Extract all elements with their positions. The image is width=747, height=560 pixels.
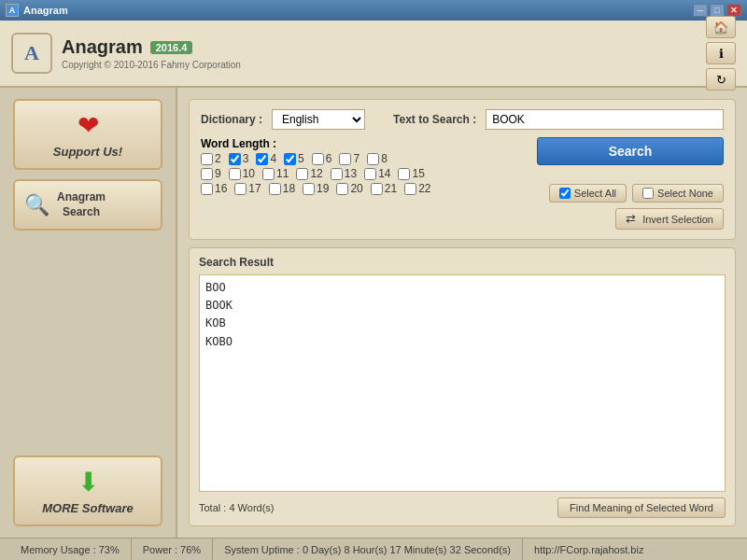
checkbox-3: 3 [229, 152, 249, 165]
checkbox-row-2: 9 10 11 12 13 [201, 167, 526, 180]
result-section: Search Result BOO BOOK KOB KOBO Total : … [189, 247, 736, 526]
app-title-row: Anagram 2016.4 [62, 36, 706, 58]
body: ❤ Support Us! 🔍 AnagramSearch ⬇ MORE Sof… [0, 88, 747, 538]
app-logo: A [11, 33, 52, 74]
checkbox-16-input[interactable] [201, 183, 213, 195]
checkbox-9-input[interactable] [201, 168, 213, 180]
uptime-status: System Uptime : 0 Day(s) 8 Hour(s) 17 Mi… [213, 539, 523, 560]
anagram-search-button[interactable]: 🔍 AnagramSearch [13, 179, 162, 231]
result-item-2[interactable]: BOOK [205, 297, 719, 315]
checkbox-9: 9 [201, 167, 221, 180]
checkbox-21-input[interactable] [371, 183, 383, 195]
checkbox-5: 5 [284, 152, 304, 165]
checkbox-10-input[interactable] [229, 168, 241, 180]
download-arrow-icon: ⬇ [24, 467, 151, 497]
heart-icon: ❤ [24, 110, 151, 141]
checkbox-15-input[interactable] [398, 168, 410, 180]
checkbox-3-input[interactable] [229, 153, 241, 165]
result-list[interactable]: BOO BOOK KOB KOBO [199, 274, 726, 492]
checkbox-6-input[interactable] [312, 153, 324, 165]
result-footer: Total : 4 Word(s) Find Meaning of Select… [199, 497, 726, 518]
support-label: Support Us! [53, 145, 122, 159]
app-copyright: Copyright © 2010-2016 Fahmy Corporation [62, 60, 706, 70]
text-search-label: Text to Search : [393, 113, 476, 126]
dictionary-select[interactable]: English French German Spanish [272, 109, 365, 130]
selection-row: Select All Select None [537, 184, 724, 203]
invert-icon: ⇄ [626, 212, 636, 226]
select-none-checkbox[interactable] [642, 188, 654, 199]
checkbox-12-input[interactable] [296, 168, 308, 180]
text-search-input[interactable] [486, 109, 724, 130]
find-meaning-button[interactable]: Find Meaning of Selected Word [557, 497, 726, 518]
result-item-1[interactable]: BOO [205, 279, 719, 297]
invert-row: ⇄ Invert Selection [537, 208, 724, 230]
checkbox-13-input[interactable] [331, 168, 343, 180]
checkbox-20-input[interactable] [336, 183, 348, 195]
info-button[interactable]: ℹ [706, 42, 736, 64]
checkbox-11: 11 [262, 167, 289, 180]
checkbox-8-input[interactable] [367, 153, 379, 165]
main-container: A Anagram 2016.4 Copyright © 2010-2016 F… [0, 21, 747, 560]
word-length-label-row: Word Length : [201, 137, 526, 150]
anagram-search-label: AnagramSearch [57, 190, 106, 219]
invert-selection-label: Invert Selection [642, 214, 713, 225]
checkbox-22: 22 [404, 182, 430, 195]
checkbox-11-input[interactable] [262, 168, 275, 180]
checkbox-10: 10 [229, 167, 255, 180]
checkbox-7: 7 [339, 152, 359, 165]
titlebar-icon: A [6, 4, 19, 17]
content: Dictionary : English French German Spani… [177, 88, 747, 538]
url-status: http://FCorp.rajahost.biz [523, 539, 738, 560]
sidebar: ❤ Support Us! 🔍 AnagramSearch ⬇ MORE Sof… [0, 88, 177, 538]
checkbox-2-input[interactable] [201, 153, 213, 165]
result-item-3[interactable]: KOB [205, 315, 719, 332]
result-title: Search Result [199, 256, 726, 269]
checkbox-18: 18 [269, 182, 295, 195]
checkbox-8: 8 [367, 152, 388, 165]
memory-status: Memory Usage : 73% [9, 539, 132, 560]
invert-selection-button[interactable]: ⇄ Invert Selection [615, 208, 724, 230]
app-name: Anagram [62, 36, 143, 58]
maximize-button[interactable]: □ [710, 4, 725, 17]
checkbox-row-3: 16 17 18 19 20 [201, 182, 526, 195]
dict-row: Dictionary : English French German Spani… [201, 109, 724, 130]
header-icons: 🏠 ℹ ↻ [706, 16, 736, 91]
checkbox-17-input[interactable] [234, 183, 247, 195]
search-column: Search Select All Select None [537, 137, 724, 230]
checkbox-7-input[interactable] [339, 153, 351, 165]
magnifier-icon: 🔍 [24, 193, 49, 217]
select-all-button[interactable]: Select All [549, 184, 627, 203]
result-item-4[interactable]: KOBO [205, 333, 719, 351]
home-button[interactable]: 🏠 [706, 16, 736, 38]
select-all-label: Select All [574, 188, 616, 199]
titlebar-title: Anagram [23, 5, 68, 16]
result-count: Total : 4 Word(s) [199, 502, 275, 513]
checkbox-2: 2 [201, 152, 221, 165]
top-controls: Dictionary : English French German Spani… [189, 99, 736, 240]
checkbox-14-input[interactable] [364, 168, 376, 180]
power-status: Power : 76% [132, 539, 213, 560]
support-button[interactable]: ❤ Support Us! [13, 99, 162, 170]
select-all-checkbox[interactable] [559, 188, 571, 199]
close-button[interactable]: ✕ [726, 4, 741, 17]
titlebar: A Anagram ─ □ ✕ [0, 0, 747, 21]
checkbox-19-input[interactable] [303, 183, 315, 195]
minimize-button[interactable]: ─ [693, 4, 708, 17]
app-info: Anagram 2016.4 Copyright © 2010-2016 Fah… [62, 36, 706, 70]
checkbox-row-1: 2 3 4 5 6 [201, 152, 526, 165]
dictionary-label: Dictionary : [201, 113, 262, 126]
word-length-label: Word Length : [201, 137, 276, 150]
checkbox-12: 12 [296, 167, 322, 180]
search-button[interactable]: Search [537, 137, 724, 165]
more-software-button[interactable]: ⬇ MORE Software [13, 455, 162, 526]
checkbox-4: 4 [256, 152, 276, 165]
app-version: 2016.4 [150, 41, 193, 54]
checkbox-5-input[interactable] [284, 153, 296, 165]
checkbox-16: 16 [201, 182, 227, 195]
checkbox-19: 19 [303, 182, 329, 195]
checkbox-18-input[interactable] [269, 183, 281, 195]
select-none-button[interactable]: Select None [632, 184, 724, 203]
checkbox-4-input[interactable] [256, 153, 268, 165]
checkbox-6: 6 [312, 152, 332, 165]
checkbox-22-input[interactable] [404, 183, 416, 195]
